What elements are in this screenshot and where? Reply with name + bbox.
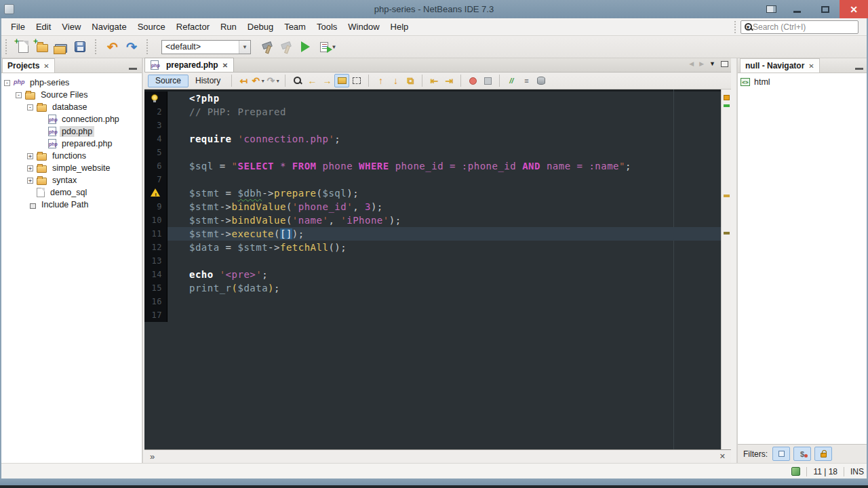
- tree-item-database[interactable]: -database: [0, 101, 142, 113]
- collapse-icon[interactable]: -: [16, 92, 22, 98]
- shift-line-left-button[interactable]: ⇤: [427, 74, 441, 87]
- close-icon[interactable]: ✕: [43, 62, 49, 70]
- error-stripe-caret-mark[interactable]: [724, 232, 730, 235]
- menu-refactor[interactable]: Refactor: [171, 19, 215, 35]
- uncomment-button[interactable]: ≡: [519, 74, 534, 87]
- menu-team[interactable]: Team: [279, 19, 311, 35]
- scroll-tabs-left-icon[interactable]: ◀: [689, 60, 694, 67]
- menu-navigate[interactable]: Navigate: [86, 19, 132, 35]
- filter-show-static-button[interactable]: $: [793, 447, 811, 461]
- history-view-button[interactable]: History: [189, 75, 227, 87]
- search-input[interactable]: [753, 22, 858, 32]
- code-line[interactable]: 2// PHP: Prepared: [144, 105, 721, 119]
- tree-item-simple-website[interactable]: +simple_website: [0, 162, 142, 174]
- code-line[interactable]: 15print_r($data);: [144, 281, 721, 295]
- notifications-icon[interactable]: [791, 467, 800, 476]
- menu-debug[interactable]: Debug: [242, 19, 279, 35]
- close-icon[interactable]: ✕: [808, 62, 814, 70]
- menu-source[interactable]: Source: [132, 19, 171, 35]
- menu-tools[interactable]: Tools: [311, 19, 342, 35]
- collapse-icon[interactable]: -: [27, 104, 33, 110]
- toggle-highlight-search-button[interactable]: [334, 74, 349, 87]
- toggle-bookmark-button[interactable]: ⧉: [403, 74, 418, 87]
- start-macro-recording-button[interactable]: [465, 74, 480, 87]
- minimize-button[interactable]: [783, 0, 811, 18]
- tree-item-include-path[interactable]: Include Path: [0, 199, 142, 211]
- insert-code-button[interactable]: [534, 74, 549, 87]
- tab-prepared-php[interactable]: prepared.php ✕: [144, 58, 234, 72]
- source-view-button[interactable]: Source: [148, 75, 189, 87]
- filter-show-fields-button[interactable]: [772, 447, 790, 461]
- error-stripe[interactable]: [721, 89, 731, 449]
- find-previous-button[interactable]: ←: [304, 74, 319, 87]
- tree-item-demo-sql[interactable]: demo_sql: [0, 186, 142, 199]
- code-line[interactable]: 10$stmt->bindValue('name', 'iPhone');: [144, 214, 721, 227]
- code-line[interactable]: 5: [144, 146, 721, 159]
- menu-edit[interactable]: Edit: [31, 19, 56, 35]
- maximize-button[interactable]: [811, 0, 840, 18]
- project-configuration-select[interactable]: <default> ▼: [161, 40, 251, 54]
- expand-icon[interactable]: +: [27, 165, 33, 171]
- last-edit-location-button[interactable]: ↤: [236, 74, 251, 87]
- redo-button[interactable]: ↷: [122, 37, 141, 56]
- undo-button[interactable]: ↶: [103, 37, 122, 56]
- tree-item-functions[interactable]: +functions: [0, 150, 142, 162]
- menu-run[interactable]: Run: [215, 19, 242, 35]
- debug-project-button[interactable]: ▼: [315, 37, 342, 56]
- close-icon[interactable]: ✕: [719, 452, 726, 461]
- back-button[interactable]: ↶▼: [251, 74, 266, 87]
- tab-projects[interactable]: Projects ✕: [2, 58, 55, 73]
- code-line[interactable]: 11$stmt->execute([]);: [144, 227, 721, 241]
- window-layout-icon[interactable]: [760, 0, 783, 18]
- breadcrumb-chevron-icon[interactable]: »: [150, 451, 155, 462]
- code-line[interactable]: 17: [144, 308, 721, 322]
- tree-item-connection-php[interactable]: connection.php: [0, 113, 142, 125]
- code-line[interactable]: 4require 'connection.php';: [144, 132, 721, 146]
- close-button[interactable]: ✕: [840, 0, 868, 18]
- run-project-button[interactable]: [296, 37, 315, 56]
- code-line[interactable]: 7: [144, 173, 721, 186]
- next-bookmark-button[interactable]: ↓: [388, 74, 403, 87]
- code-line[interactable]: 9$stmt->bindValue('phone_id', 3);: [144, 200, 721, 214]
- code-line[interactable]: 6$sql = "SELECT * FROM phone WHERE phone…: [144, 159, 721, 173]
- code-line[interactable]: 12$data = $stmt->fetchAll();: [144, 241, 721, 254]
- scroll-tabs-right-icon[interactable]: ▶: [699, 60, 704, 67]
- tab-navigator[interactable]: null - Navigator ✕: [740, 58, 820, 73]
- code-editor[interactable]: <?php2// PHP: Prepared34require 'connect…: [144, 89, 731, 449]
- find-next-button[interactable]: →: [319, 74, 334, 87]
- code-line[interactable]: 16: [144, 295, 721, 308]
- new-file-button[interactable]: +: [14, 37, 33, 56]
- menu-window[interactable]: Window: [342, 19, 384, 35]
- expand-icon[interactable]: +: [27, 153, 33, 159]
- code-line[interactable]: 14echo '<pre>';: [144, 268, 721, 281]
- build-project-button[interactable]: [258, 37, 277, 56]
- find-selection-button[interactable]: [290, 74, 304, 87]
- close-icon[interactable]: ✕: [222, 62, 228, 69]
- code-line[interactable]: <?php: [144, 92, 721, 105]
- maximize-editor-icon[interactable]: [721, 61, 728, 67]
- expand-icon[interactable]: +: [27, 178, 33, 184]
- tree-item-pdo-php[interactable]: pdo.php: [0, 125, 142, 138]
- toggle-comment-button[interactable]: //: [504, 74, 519, 87]
- minimize-panel-button[interactable]: [855, 68, 863, 70]
- menu-file[interactable]: File: [5, 19, 31, 35]
- code-line[interactable]: 3: [144, 119, 721, 132]
- filter-show-non-public-button[interactable]: [814, 447, 832, 461]
- save-all-button[interactable]: [71, 37, 90, 56]
- tree-item-source-files[interactable]: -Source Files: [0, 89, 142, 101]
- tree-item-syntax[interactable]: +syntax: [0, 174, 142, 186]
- stop-macro-recording-button[interactable]: [480, 74, 495, 87]
- collapse-icon[interactable]: -: [4, 80, 10, 86]
- search-box[interactable]: ▼: [741, 20, 859, 34]
- code-line[interactable]: $stmt = $dbh->prepare($sql);: [144, 186, 721, 200]
- navigator-item-html[interactable]: <> html: [738, 73, 868, 91]
- menu-view[interactable]: View: [56, 19, 86, 35]
- code-line[interactable]: 13: [144, 254, 721, 268]
- tree-item-prepared-php[interactable]: prepared.php: [0, 138, 142, 150]
- tab-list-dropdown-icon[interactable]: ▼: [709, 60, 715, 67]
- menu-help[interactable]: Help: [385, 19, 414, 35]
- open-project-button[interactable]: [52, 37, 71, 56]
- error-stripe-warning-mark[interactable]: [724, 195, 730, 197]
- rectangular-selection-button[interactable]: [349, 74, 364, 87]
- new-project-button[interactable]: +: [33, 37, 52, 56]
